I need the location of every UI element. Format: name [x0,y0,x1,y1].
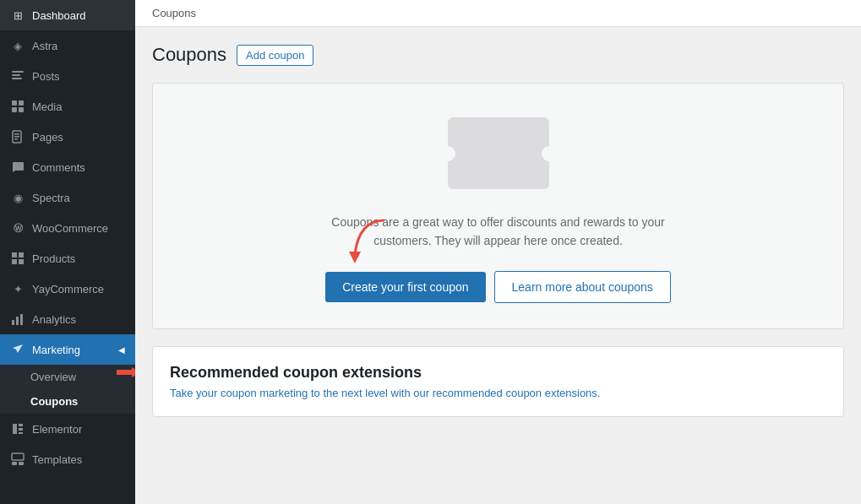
svg-rect-9 [14,136,19,138]
svg-rect-21 [19,428,23,431]
sidebar-item-label: Templates [32,453,82,466]
main-content: Coupons Coupons Add coupon Coupons are a… [135,0,861,504]
sidebar-item-astra[interactable]: ◈ Astra [0,30,135,61]
sidebar-item-products[interactable]: Products [0,243,135,274]
sidebar-item-label: Analytics [32,313,76,326]
dashboard-icon: ⊞ [10,8,25,23]
svg-rect-5 [12,107,17,112]
woocommerce-icon: Ⓦ [10,220,25,236]
page-title-row: Coupons Add coupon [152,44,844,66]
templates-icon [10,452,25,467]
sidebar-item-label: Dashboard [32,9,86,22]
create-first-coupon-button[interactable]: Create your first coupon [325,272,485,302]
posts-icon [10,68,25,84]
sidebar-item-analytics[interactable]: Analytics [0,304,135,334]
sidebar-item-comments[interactable]: Comments [0,152,135,182]
recommended-title: Recommended coupon extensions [170,364,826,382]
svg-rect-20 [19,424,23,426]
svg-rect-1 [12,74,20,76]
svg-rect-3 [12,100,17,106]
overview-label: Overview [30,371,76,383]
svg-rect-23 [12,453,24,460]
red-arrow-icon [117,366,135,378]
sidebar-item-label: Pages [32,131,63,144]
submenu-item-overview[interactable]: Overview [0,365,135,389]
svg-marker-26 [349,252,361,263]
coupons-label: Coupons [30,395,78,408]
page-title: Coupons [152,44,226,66]
content-area: Coupons Add coupon Coupons are a great w… [135,27,861,504]
breadcrumb: Coupons [152,7,196,19]
analytics-icon [10,312,25,327]
empty-description: Coupons are a great way to offer discoun… [304,213,693,251]
empty-state-card: Coupons are a great way to offer discoun… [152,83,844,329]
sidebar-item-elementor[interactable]: Elementor [0,414,135,444]
svg-rect-22 [19,432,23,434]
sidebar-item-label: YayCommerce [32,283,104,295]
svg-rect-0 [12,71,24,73]
sidebar-item-dashboard[interactable]: ⊞ Dashboard [0,0,135,30]
add-coupon-button[interactable]: Add coupon [237,45,313,66]
sidebar-item-label: Comments [32,161,85,174]
elementor-icon [10,421,25,436]
recommended-section: Recommended coupon extensions Take your … [152,346,844,417]
svg-rect-25 [19,462,24,465]
products-icon [10,251,25,266]
sidebar-item-label: Spectra [32,192,70,204]
svg-rect-16 [16,317,19,325]
svg-rect-2 [12,78,22,79]
sidebar-item-label: Marketing [32,344,80,356]
sidebar-item-label: Products [32,252,75,265]
svg-rect-13 [12,259,17,264]
sidebar-item-spectra[interactable]: ◉ Spectra [0,182,135,213]
marketing-submenu: Overview Coupons [0,365,135,414]
svg-rect-15 [12,320,14,325]
sidebar-item-templates[interactable]: Templates [0,444,135,474]
svg-rect-8 [14,133,19,135]
sidebar-item-label: Elementor [32,423,82,436]
svg-rect-12 [19,252,24,257]
chevron-right-icon: ◀ [118,345,125,355]
sidebar-item-marketing[interactable]: Marketing ◀ [0,334,135,365]
sidebar-item-label: Media [32,100,62,113]
sidebar-item-woocommerce[interactable]: Ⓦ WooCommerce [0,213,135,243]
sidebar-item-yaycommerce[interactable]: ✦ YayCommerce [0,274,135,304]
media-icon [10,99,25,114]
svg-rect-24 [12,462,17,465]
yaycommerce-icon: ✦ [10,281,25,296]
submenu-item-coupons[interactable]: Coupons [0,389,135,414]
svg-rect-14 [19,259,24,264]
svg-rect-10 [14,138,18,140]
sidebar: ⊞ Dashboard ◈ Astra Posts Media Pages Co… [0,0,135,504]
pages-icon [10,129,25,144]
topbar: Coupons [135,0,861,27]
svg-rect-4 [19,100,24,106]
sidebar-item-label: WooCommerce [32,222,108,235]
svg-rect-19 [13,424,17,434]
svg-rect-6 [19,107,24,112]
svg-rect-17 [20,314,23,325]
spectra-icon: ◉ [10,190,25,205]
astra-icon: ◈ [10,38,25,53]
sidebar-item-posts[interactable]: Posts [0,61,135,91]
comments-icon [10,160,25,175]
cta-row: Create your first coupon Learn more abou… [325,271,671,303]
sidebar-item-media[interactable]: Media [0,91,135,122]
svg-rect-11 [12,252,17,257]
coupon-ticket-icon [448,117,549,189]
recommended-subtitle: Take your coupon marketing to the next l… [170,387,826,399]
sidebar-item-label: Posts [32,70,60,83]
svg-marker-18 [117,367,135,377]
learn-more-coupons-button[interactable]: Learn more about coupons [494,271,671,303]
sidebar-item-label: Astra [32,40,57,52]
marketing-icon [10,342,25,357]
sidebar-item-pages[interactable]: Pages [0,122,135,152]
